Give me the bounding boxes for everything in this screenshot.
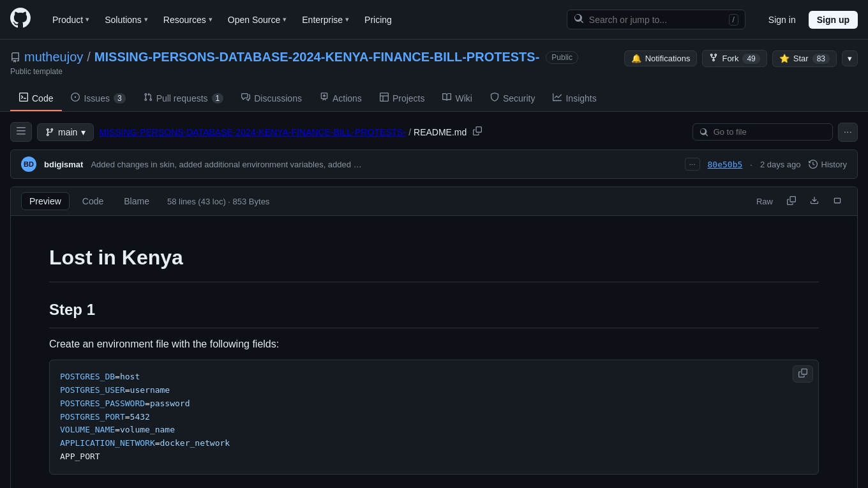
- nav-product[interactable]: Product ▾: [46, 11, 96, 29]
- search-shortcut: /: [729, 14, 738, 26]
- repo-tabs: Code Issues 3 Pull requests 1 Discussion…: [10, 86, 858, 111]
- download-button[interactable]: [805, 194, 824, 210]
- tab-insights[interactable]: Insights: [544, 86, 605, 111]
- star-count: 83: [812, 54, 830, 64]
- github-logo[interactable]: [10, 8, 31, 32]
- more-options-button[interactable]: ▾: [842, 50, 858, 66]
- code-line-5: VOLUME_NAME=volume_name: [60, 423, 808, 437]
- file-viewer-header: Preview Code Blame 58 lines (43 loc) · 8…: [11, 187, 857, 216]
- issues-count: 3: [114, 93, 126, 103]
- branch-name: main: [58, 127, 77, 137]
- copy-raw-button[interactable]: [782, 194, 801, 210]
- issues-icon: [71, 93, 80, 103]
- chevron-down-icon: ▾: [345, 15, 349, 24]
- branch-selector[interactable]: main ▾: [37, 123, 94, 141]
- sign-in-button[interactable]: Sign in: [761, 11, 804, 28]
- discussions-icon: [241, 93, 250, 103]
- file-browser-header: main ▾ MISSING-PERSONS-DATABASE-2024-KEN…: [10, 122, 858, 142]
- commit-expand-button[interactable]: ···: [685, 158, 700, 171]
- repo-action-buttons: 🔔 Notifications Fork 49 ⭐ Star 83 ▾: [624, 50, 858, 67]
- nav-pricing[interactable]: Pricing: [358, 11, 398, 29]
- insights-icon: [553, 93, 562, 103]
- repo-title: mutheujoy / MISSING-PERSONS-DATABASE-202…: [10, 50, 624, 65]
- search-input[interactable]: [589, 15, 724, 25]
- fork-button[interactable]: Fork 49: [702, 50, 767, 67]
- chevron-down-icon: ▾: [144, 15, 148, 24]
- visibility-badge: Public: [546, 51, 578, 64]
- breadcrumb: MISSING-PERSONS-DATABASE-2024-KENYA-FINA…: [99, 125, 486, 139]
- more-options-button[interactable]: ···: [838, 123, 858, 142]
- repo-name-link[interactable]: MISSING-PERSONS-DATABASE-2024-KENYA-FINA…: [94, 50, 539, 65]
- tab-issues[interactable]: Issues 3: [62, 86, 134, 111]
- tab-security[interactable]: Security: [481, 86, 544, 111]
- code-line-6: APPLICATION_NETWORK=docker_network: [60, 437, 808, 450]
- code-tab[interactable]: Code: [75, 193, 111, 210]
- actions-icon: [320, 93, 329, 103]
- breadcrumb-file: README.md: [414, 127, 467, 137]
- commit-message: Added changes in skin, added additional …: [91, 160, 677, 169]
- commit-row: BD bdigismat Added changes in skin, adde…: [10, 149, 858, 179]
- commit-hash-link[interactable]: 80e50b5: [708, 160, 743, 169]
- notifications-button[interactable]: 🔔 Notifications: [624, 50, 698, 66]
- code-line-4: POSTGRES_PORT=5432: [60, 411, 808, 424]
- pull-request-icon: [144, 93, 153, 103]
- nav-enterprise[interactable]: Enterprise ▾: [296, 11, 355, 29]
- avatar: BD: [21, 156, 36, 172]
- code-copy-button[interactable]: [793, 365, 813, 383]
- nav-solutions[interactable]: Solutions ▾: [98, 11, 154, 29]
- wiki-icon: [442, 93, 451, 103]
- nav-resources[interactable]: Resources ▾: [157, 11, 219, 29]
- commit-separator: ·: [750, 160, 752, 169]
- tab-pull-requests[interactable]: Pull requests 1: [135, 86, 233, 111]
- readme-content: Lost in Kenya Step 1 Create an environme…: [11, 216, 857, 488]
- commit-time: 2 days ago: [760, 160, 801, 169]
- main-content: main ▾ MISSING-PERSONS-DATABASE-2024-KEN…: [0, 112, 868, 488]
- repo-owner-link[interactable]: mutheujoy: [24, 50, 83, 65]
- file-stats: 58 lines (43 loc) · 853 Bytes: [167, 197, 269, 206]
- readme-title: Lost in Kenya: [49, 241, 819, 282]
- star-button[interactable]: ⭐ Star 83: [772, 50, 837, 67]
- file-viewer: Preview Code Blame 58 lines (43 loc) · 8…: [10, 187, 858, 488]
- code-line-7: APP_PORT: [60, 450, 808, 464]
- top-navigation: Product ▾ Solutions ▾ Resources ▾ Open S…: [0, 0, 868, 40]
- search-icon: [700, 128, 708, 137]
- repo-header: mutheujoy / MISSING-PERSONS-DATABASE-202…: [0, 40, 868, 112]
- branch-chevron-icon: ▾: [81, 127, 86, 137]
- tab-wiki[interactable]: Wiki: [433, 86, 481, 111]
- nav-open-source[interactable]: Open Source ▾: [221, 11, 294, 29]
- nav-links: Product ▾ Solutions ▾ Resources ▾ Open S…: [46, 11, 557, 29]
- tab-actions[interactable]: Actions: [311, 86, 371, 111]
- go-to-file-search[interactable]: [692, 123, 833, 141]
- projects-icon: [380, 93, 389, 103]
- breadcrumb-copy-button[interactable]: [469, 125, 486, 139]
- pr-count: 1: [212, 93, 224, 103]
- branch-icon: [45, 128, 54, 137]
- sign-up-button[interactable]: Sign up: [809, 11, 858, 29]
- repo-title-row: mutheujoy / MISSING-PERSONS-DATABASE-202…: [10, 50, 858, 81]
- raw-button[interactable]: Raw: [751, 194, 778, 209]
- tab-code[interactable]: Code: [10, 86, 62, 111]
- public-template-label: Public template: [10, 67, 624, 76]
- readme-step1-text: Create an environment file with the foll…: [49, 336, 819, 353]
- search-icon: [574, 13, 584, 26]
- blame-tab[interactable]: Blame: [116, 193, 157, 210]
- tab-discussions[interactable]: Discussions: [232, 86, 311, 111]
- nav-auth-actions: Sign in Sign up: [761, 11, 858, 29]
- fork-count: 49: [742, 54, 760, 64]
- go-to-file-input[interactable]: [714, 127, 826, 137]
- sidebar-toggle-button[interactable]: [10, 122, 32, 142]
- outline-button[interactable]: [828, 194, 847, 210]
- file-actions: Raw: [751, 194, 847, 210]
- commit-author[interactable]: bdigismat: [44, 160, 83, 169]
- tab-projects[interactable]: Projects: [371, 86, 434, 111]
- code-icon: [19, 93, 28, 103]
- breadcrumb-repo-link[interactable]: MISSING-PERSONS-DATABASE-2024-KENYA-FINA…: [99, 127, 406, 137]
- search-bar[interactable]: /: [567, 10, 745, 29]
- readme-step1-heading: Step 1: [49, 298, 819, 328]
- bell-icon: 🔔: [631, 54, 641, 63]
- preview-tab[interactable]: Preview: [21, 192, 70, 210]
- code-line-2: POSTGRES_USER=username: [60, 384, 808, 397]
- clock-icon: [809, 160, 818, 169]
- history-button[interactable]: History: [809, 160, 847, 169]
- star-icon: ⭐: [779, 54, 789, 63]
